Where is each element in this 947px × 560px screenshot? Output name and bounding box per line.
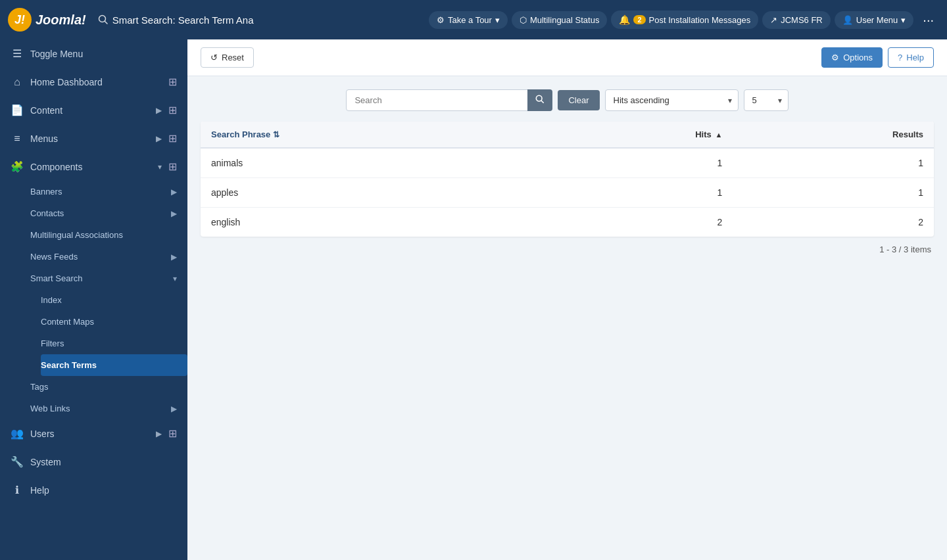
menus-grid-icon: ⊞	[168, 132, 177, 145]
sidebar-item-index[interactable]: Index	[41, 289, 187, 311]
chevron-right-icon: ▶	[171, 209, 177, 218]
sidebar-item-filters[interactable]: Filters	[41, 333, 187, 354]
sidebar-item-system[interactable]: 🔧 System	[0, 448, 187, 476]
col-hits-header[interactable]: Hits ▲	[546, 122, 733, 148]
logo-text: Joomla!	[36, 12, 86, 28]
reset-label: Reset	[222, 53, 244, 62]
sidebar-item-content[interactable]: 📄 Content ▶ ⊞	[0, 96, 187, 124]
sidebar-menus-label: Menus	[30, 133, 149, 144]
searchterms-label: Search Terms	[41, 360, 177, 370]
toolbar: ↺ Reset ⚙ Options ? Help	[187, 39, 947, 76]
chevron-right-icon: ▶	[171, 404, 177, 413]
col-results-header[interactable]: Results	[733, 122, 934, 148]
col-phrase-header[interactable]: Search Phrase ⇅	[201, 122, 546, 148]
toggle-menu-icon: ☰	[11, 47, 24, 60]
logo[interactable]: J! Joomla!	[8, 8, 86, 32]
results-header-text: Results	[892, 129, 923, 139]
chevron-down-icon: ▾	[158, 162, 162, 172]
cell-results: 1	[733, 148, 934, 178]
reset-button[interactable]: ↺ Reset	[201, 47, 254, 68]
take-tour-button[interactable]: ⚙ Take a Tour ▾	[429, 11, 508, 29]
cell-results: 2	[733, 208, 934, 237]
filter-bar: Clear Hits ascendingHits descendingSearc…	[201, 89, 934, 111]
search-wrap	[346, 89, 552, 111]
chevron-right-icon: ▶	[156, 429, 162, 438]
multilingual-label: Multilingual Associations	[30, 230, 177, 240]
multilingual-status-button[interactable]: ⬡ Multilingual Status	[512, 11, 608, 29]
table-row: apples 1 1	[201, 178, 934, 208]
per-page-select-wrap: 5101520253050100 ▾	[744, 89, 789, 111]
components-grid-icon: ⊞	[168, 160, 177, 173]
sort-select-wrap: Hits ascendingHits descendingSearch Phra…	[605, 89, 739, 111]
sidebar-item-toggle-menu[interactable]: ☰ Toggle Menu	[0, 39, 187, 68]
cell-hits: 1	[546, 178, 733, 208]
sidebar-item-help[interactable]: ℹ Help	[0, 476, 187, 504]
search-icon	[535, 95, 545, 104]
sidebar-home-label: Home Dashboard	[30, 77, 162, 87]
chevron-down-icon: ▾	[901, 15, 906, 25]
translate-icon: ⬡	[520, 15, 527, 25]
user-icon: 👤	[842, 15, 853, 25]
help-icon: ℹ	[11, 484, 24, 496]
components-icon: 🧩	[11, 160, 24, 173]
question-icon: ?	[898, 53, 902, 62]
sidebar-help-label: Help	[30, 485, 177, 496]
contacts-label: Contacts	[30, 208, 164, 218]
more-options-button[interactable]: ···	[917, 10, 939, 30]
search-input[interactable]	[346, 89, 530, 111]
search-button[interactable]	[527, 89, 552, 111]
users-icon: 👥	[11, 427, 24, 440]
sidebar-item-home[interactable]: ⌂ Home Dashboard ⊞	[0, 68, 187, 96]
menus-icon: ≡	[11, 133, 24, 145]
search-terms-table: Search Phrase ⇅ Hits ▲ Results ani	[201, 122, 934, 237]
sidebar-item-newsfeeds[interactable]: News Feeds ▶	[30, 246, 187, 268]
content-icon: 📄	[11, 104, 24, 116]
per-page-select[interactable]: 5101520253050100	[744, 89, 789, 111]
sort-select[interactable]: Hits ascendingHits descendingSearch Phra…	[605, 89, 739, 111]
sidebar-system-label: System	[30, 457, 177, 467]
pagination-text: 1 - 3 / 3 items	[879, 245, 931, 254]
chevron-right-icon: ▶	[171, 187, 177, 197]
top-nav-actions: ⚙ Take a Tour ▾ ⬡ Multilingual Status 🔔 …	[429, 10, 939, 30]
sidebar-item-users[interactable]: 👥 Users ▶ ⊞	[0, 419, 187, 448]
svg-line-5	[542, 101, 544, 103]
sidebar: ☰ Toggle Menu ⌂ Home Dashboard ⊞ 📄 Conte…	[0, 39, 187, 560]
sidebar-item-menus[interactable]: ≡ Menus ▶ ⊞	[0, 124, 187, 152]
post-install-button[interactable]: 🔔 2 Post Installation Messages	[611, 11, 758, 29]
toolbar-left: ↺ Reset	[201, 47, 254, 68]
reset-icon: ↺	[210, 53, 218, 62]
home-icon: ⌂	[11, 76, 24, 88]
clear-button[interactable]: Clear	[558, 90, 599, 110]
sidebar-item-tags[interactable]: Tags	[30, 376, 187, 398]
sidebar-item-banners[interactable]: Banners ▶	[30, 181, 187, 202]
sort-hits-icon: ▲	[715, 131, 722, 139]
table-row: animals 1 1	[201, 148, 934, 178]
sidebar-item-contacts[interactable]: Contacts ▶	[30, 202, 187, 224]
smartsearch-label: Smart Search	[30, 273, 166, 283]
cell-phrase: apples	[201, 178, 546, 208]
sidebar-item-components[interactable]: 🧩 Components ▾ ⊞	[0, 152, 187, 181]
home-dashboard-grid-icon: ⊞	[168, 76, 177, 88]
sidebar-content-label: Content	[30, 105, 149, 116]
main-layout: ☰ Toggle Menu ⌂ Home Dashboard ⊞ 📄 Conte…	[0, 39, 947, 560]
jcms-button[interactable]: ↗ JCMS6 FR	[762, 11, 831, 29]
main-content: ↺ Reset ⚙ Options ? Help	[187, 39, 947, 560]
options-button[interactable]: ⚙ Options	[821, 47, 883, 68]
sidebar-item-smartsearch[interactable]: Smart Search ▾	[30, 268, 187, 289]
user-menu-button[interactable]: 👤 User Menu ▾	[835, 11, 914, 29]
table-header: Search Phrase ⇅ Hits ▲ Results	[201, 122, 934, 148]
components-submenu: Banners ▶ Contacts ▶ Multilingual Associ…	[0, 181, 187, 419]
help-button[interactable]: ? Help	[888, 47, 934, 68]
svg-text:J!: J!	[14, 13, 25, 26]
sidebar-item-searchterms[interactable]: Search Terms	[41, 354, 187, 376]
sidebar-item-contentmaps[interactable]: Content Maps	[41, 311, 187, 333]
smartsearch-submenu: Index Content Maps Filters Search Terms	[30, 289, 187, 376]
content-grid-icon: ⊞	[168, 104, 177, 116]
jcms-label: JCMS6 FR	[781, 15, 823, 25]
banners-label: Banners	[30, 187, 164, 197]
sidebar-item-weblinks[interactable]: Web Links ▶	[30, 398, 187, 419]
user-menu-label: User Menu	[856, 15, 898, 25]
weblinks-label: Web Links	[30, 404, 164, 413]
page-title-bar: Smart Search: Search Term Ana	[98, 14, 424, 26]
sidebar-item-multilingual[interactable]: Multilingual Associations	[30, 224, 187, 246]
